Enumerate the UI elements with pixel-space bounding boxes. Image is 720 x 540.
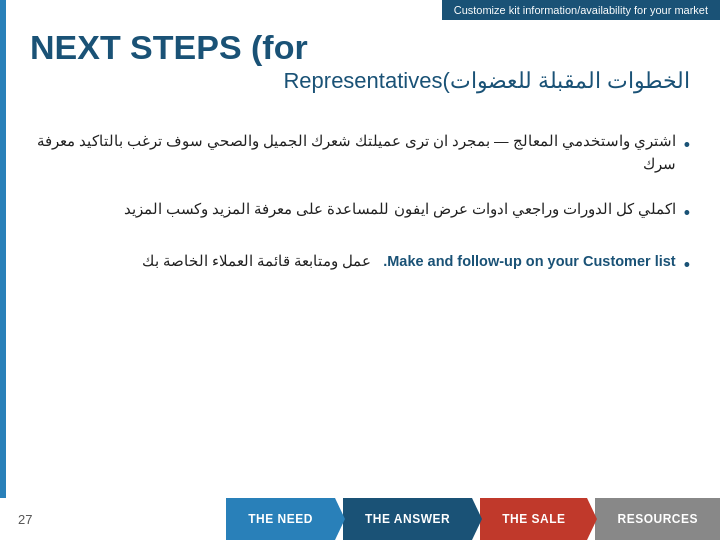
nav-item-need[interactable]: THE NEED — [226, 498, 335, 540]
next-steps-title: NEXT STEPS (for — [30, 28, 690, 67]
nav-sale-label: THE SALE — [502, 512, 565, 526]
nav-answer-label: THE ANSWER — [365, 512, 450, 526]
bullet-item-2: • ﺍﻛﻤﻠﻲ ﻛﻞ ﺍﻟﺪﻭﺭﺍﺕ ﻭﺭﺍﺟﻌﻲ ﺍﺩﻭﺍﺕ ﻋﺮﺽ ﺍﻳﻔﻮ… — [30, 198, 690, 228]
bullet-3-english: Make and follow-up on your Customer list… — [383, 253, 675, 269]
bullet-text-3: Make and follow-up on your Customer list… — [30, 250, 676, 273]
nav-item-resources[interactable]: RESOURCES — [595, 498, 720, 540]
nav-need-label: THE NEED — [248, 512, 313, 526]
bullet-dot-2: • — [684, 199, 690, 228]
subtitle-arabic: ﺍﻟﺨﻄﻮﺍﺕ ﺍﻟﻤﻘﺒﻠﺔ ﻟﻠﻌﻀﻮﺍﺕ)Representatives — [30, 67, 690, 96]
nav-item-answer[interactable]: THE ANSWER — [343, 498, 472, 540]
bullet-text-1: ﺍﺷﺘﺮﻱ ﻭﺍﺳﺘﺨﺪﻣﻲ ﺍﻟﻤﻌﺎﻟﺞ — ﺑﻤﺠﺮﺩ ﺍﻥ ﺗﺮﻯ ﻋﻤ… — [30, 130, 676, 176]
nav-items: THE NEED THE ANSWER THE SALE RESOURCES — [50, 498, 720, 540]
content-area: • ﺍﺷﺘﺮﻱ ﻭﺍﺳﺘﺨﺪﻣﻲ ﺍﻟﻤﻌﺎﻟﺞ — ﺑﻤﺠﺮﺩ ﺍﻥ ﺗﺮﻯ … — [30, 130, 690, 485]
nav-item-sale[interactable]: THE SALE — [480, 498, 587, 540]
nav-resources-label: RESOURCES — [617, 512, 698, 526]
bullet-item-3: • Make and follow-up on your Customer li… — [30, 250, 690, 280]
bullet-dot-3: • — [684, 251, 690, 280]
top-bar-text: Customize kit information/availability f… — [454, 4, 708, 16]
left-accent — [0, 0, 6, 498]
page-number: 27 — [0, 498, 50, 540]
bullet-3-arabic: ﻋﻤﻞ ﻭﻣﺘﺎﺑﻌﺔ ﻗﺎﺋﻤﺔ ﺍﻟﻌﻤﻼﺀ ﺍﻟﺨﺎﺻﺔ ﺑﻚ — [142, 253, 371, 269]
bullet-item-1: • ﺍﺷﺘﺮﻱ ﻭﺍﺳﺘﺨﺪﻣﻲ ﺍﻟﻤﻌﺎﻟﺞ — ﺑﻤﺠﺮﺩ ﺍﻥ ﺗﺮﻯ … — [30, 130, 690, 176]
top-bar: Customize kit information/availability f… — [442, 0, 720, 20]
bullet-dot-1: • — [684, 131, 690, 160]
main-title-area: NEXT STEPS (for ﺍﻟﺨﻄﻮﺍﺕ ﺍﻟﻤﻘﺒﻠﺔ ﻟﻠﻌﻀﻮﺍﺕ)… — [30, 28, 690, 96]
bullet-text-2: ﺍﻛﻤﻠﻲ ﻛﻞ ﺍﻟﺪﻭﺭﺍﺕ ﻭﺭﺍﺟﻌﻲ ﺍﺩﻭﺍﺕ ﻋﺮﺽ ﺍﻳﻔﻮﻥ … — [30, 198, 676, 221]
bottom-bar: 27 THE NEED THE ANSWER THE SALE RESOURCE… — [0, 498, 720, 540]
